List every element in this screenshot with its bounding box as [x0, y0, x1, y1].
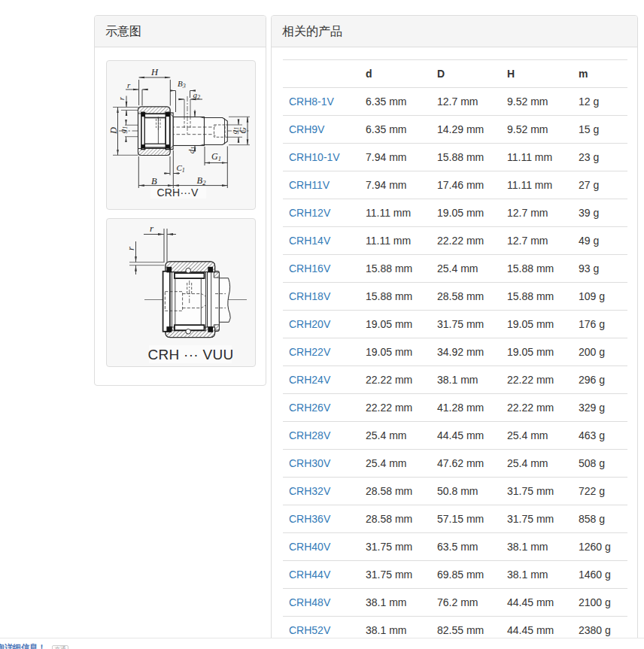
svg-text:B: B: [151, 176, 157, 187]
svg-text:r: r: [127, 80, 131, 89]
svg-text:d1: d1: [187, 147, 197, 154]
svg-text:B2: B2: [197, 175, 207, 187]
svg-text:CRH···V: CRH···V: [156, 187, 199, 199]
svg-text:D: D: [108, 127, 119, 135]
svg-text:CRH ··· VUU: CRH ··· VUU: [147, 347, 233, 362]
svg-text:g2: g2: [193, 90, 201, 101]
svg-text:g1: g1: [118, 126, 129, 134]
svg-text:G: G: [238, 127, 248, 134]
svg-text:r: r: [117, 96, 126, 100]
svg-text:B3: B3: [178, 79, 186, 89]
svg-text:C1: C1: [177, 163, 185, 174]
svg-text:H: H: [150, 67, 159, 77]
svg-text:G1: G1: [211, 151, 221, 162]
svg-text:r: r: [125, 246, 136, 250]
svg-text:r: r: [150, 223, 154, 234]
